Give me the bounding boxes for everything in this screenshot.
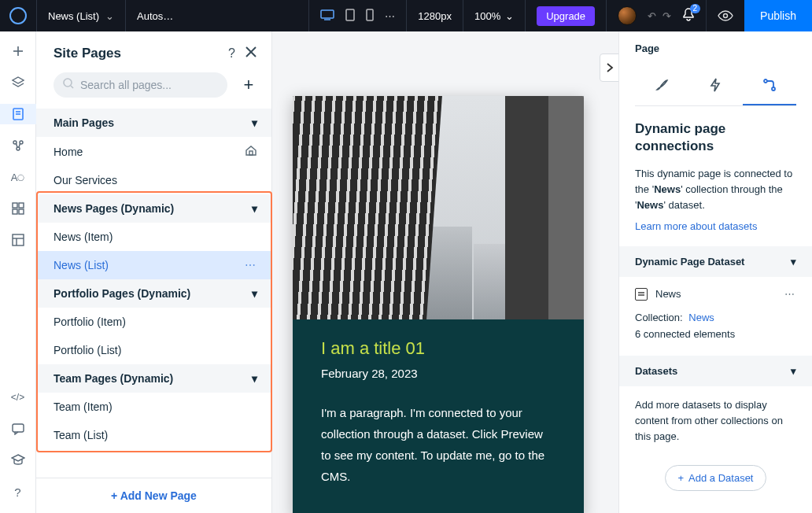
svg-point-32 — [772, 87, 775, 90]
tab-connections[interactable] — [743, 68, 796, 105]
home-icon — [245, 145, 257, 158]
svg-rect-23 — [13, 424, 24, 432]
cms-icon[interactable] — [0, 230, 36, 250]
dataset-collection: Collection: News — [635, 312, 796, 323]
page-dropdown-label: News (List) — [48, 10, 99, 22]
chevron-down-icon: ▾ — [791, 365, 796, 377]
svg-rect-17 — [19, 203, 24, 208]
page-item[interactable]: Portfolio (Item) — [36, 308, 271, 336]
dataset-row[interactable]: News ⋯ — [635, 288, 796, 301]
upgrade-segment: Upgrade — [525, 0, 606, 31]
svg-point-31 — [764, 79, 767, 83]
page-item-label: Team (List) — [54, 429, 108, 441]
comments-icon[interactable] — [0, 419, 36, 439]
redo-icon[interactable]: ↷ — [663, 10, 671, 22]
pages-icon[interactable] — [0, 104, 36, 124]
layers-icon[interactable] — [0, 72, 36, 93]
wix-logo[interactable] — [0, 0, 36, 31]
close-icon[interactable] — [245, 46, 257, 61]
inspector-description: This dynamic page is connected to the 'N… — [635, 166, 796, 213]
avatar[interactable] — [618, 6, 637, 25]
dev-mode-icon[interactable]: </> — [0, 387, 36, 408]
svg-rect-0 — [321, 10, 334, 18]
pages-list: Main Pages▾HomeOur ServicesNews Pages (D… — [36, 109, 271, 478]
panel-help-icon[interactable]: ? — [228, 46, 235, 61]
pages-group-header[interactable]: Team Pages (Dynamic)▾ — [36, 364, 271, 393]
plus-icon: + — [678, 472, 685, 484]
page-item[interactable]: Home — [36, 137, 271, 166]
add-dataset-button[interactable]: + Add a Dataset — [665, 465, 767, 491]
more-devices-icon[interactable]: ⋯ — [385, 10, 395, 22]
canvas-stage[interactable]: I am a title 01 February 28, 2023 I'm a … — [272, 31, 618, 513]
svg-rect-18 — [13, 209, 17, 214]
desktop-icon[interactable] — [320, 9, 334, 23]
svg-marker-7 — [13, 77, 24, 83]
notifications-badge: 2 — [690, 4, 701, 13]
chevron-down-icon: ▾ — [252, 116, 257, 129]
learn-more-link[interactable]: Learn more about datasets — [635, 220, 757, 232]
left-rail: A◯ </> ? — [0, 31, 36, 513]
theme-icon[interactable]: A◯ — [0, 167, 36, 187]
notifications-button[interactable]: 2 — [682, 8, 695, 24]
pages-group-header[interactable]: News Pages (Dynamic)▾ — [36, 194, 271, 223]
dataset-more-icon[interactable]: ⋯ — [784, 288, 796, 300]
undo-icon[interactable]: ↶ — [648, 10, 656, 22]
publish-button[interactable]: Publish — [744, 0, 812, 31]
tab-design[interactable] — [635, 68, 688, 105]
autosave-status[interactable]: Autos… — [125, 0, 227, 31]
page-item[interactable]: Team (List) — [36, 421, 271, 449]
search-input[interactable] — [54, 72, 227, 98]
eye-icon — [718, 10, 733, 21]
svg-line-28 — [71, 86, 73, 88]
svg-point-27 — [64, 79, 72, 87]
collection-link[interactable]: News — [688, 312, 714, 323]
dataset-icon — [635, 288, 648, 301]
help-icon[interactable]: ? — [0, 482, 36, 502]
dataset-name: News — [655, 288, 681, 300]
connection-icon — [762, 78, 777, 92]
page-item-label: Portfolio (Item) — [54, 316, 126, 328]
page-item[interactable]: Portfolio (List) — [36, 336, 271, 364]
add-new-page-button[interactable]: + Add New Page — [36, 478, 271, 513]
learn-icon[interactable] — [0, 450, 36, 471]
page-item-label: Our Services — [54, 174, 117, 186]
connected-elements-label: 6 connected elements — [635, 328, 796, 340]
preview-card: I am a title 01 February 28, 2023 I'm a … — [293, 96, 584, 513]
svg-point-12 — [20, 141, 23, 144]
inspector-tabs — [635, 68, 796, 106]
page-item[interactable]: Team (Item) — [36, 393, 271, 421]
mobile-icon[interactable] — [366, 9, 374, 24]
dynamic-page-dataset-header[interactable]: Dynamic Page Dataset ▾ — [619, 246, 812, 277]
sections-icon[interactable] — [0, 135, 36, 156]
site-pages-panel: Site Pages ? + Main Pages▾HomeOur Servic… — [36, 31, 272, 513]
page-item[interactable]: News (List)⋯ — [36, 251, 271, 279]
page-item[interactable]: News (Item) — [36, 223, 271, 251]
datasets-header[interactable]: Datasets ▾ — [619, 356, 812, 386]
tab-interactions[interactable] — [688, 68, 742, 105]
expand-canvas-button[interactable] — [600, 54, 618, 82]
add-element-icon[interactable] — [0, 41, 36, 61]
panel-title: Site Pages — [54, 46, 228, 61]
chevron-down-icon: ▾ — [252, 372, 257, 385]
upgrade-button[interactable]: Upgrade — [537, 6, 595, 26]
app-market-icon[interactable] — [0, 198, 36, 219]
zoom-level[interactable]: 100% ⌄ — [463, 0, 525, 31]
pages-group-header[interactable]: Main Pages▾ — [36, 109, 271, 137]
page-item[interactable]: Our Services — [36, 166, 271, 194]
viewport-size[interactable]: 1280px — [406, 0, 463, 31]
page-item-more-icon[interactable]: ⋯ — [245, 259, 257, 271]
svg-line-15 — [19, 144, 20, 148]
svg-rect-2 — [346, 9, 354, 20]
card-date: February 28, 2023 — [321, 367, 555, 380]
add-page-icon[interactable]: + — [240, 75, 257, 95]
tablet-icon[interactable] — [345, 9, 355, 24]
pages-group-header[interactable]: Portfolio Pages (Dynamic)▾ — [36, 279, 271, 308]
preview-button[interactable] — [706, 0, 744, 31]
page-dropdown[interactable]: News (List) ⌄ — [36, 0, 125, 31]
svg-rect-29 — [249, 151, 253, 155]
chevron-down-icon: ▾ — [252, 202, 257, 215]
chevron-down-icon: ⌄ — [105, 10, 114, 22]
svg-point-13 — [17, 147, 20, 150]
page-item-label: Portfolio (List) — [54, 344, 121, 356]
brush-icon — [655, 78, 669, 92]
